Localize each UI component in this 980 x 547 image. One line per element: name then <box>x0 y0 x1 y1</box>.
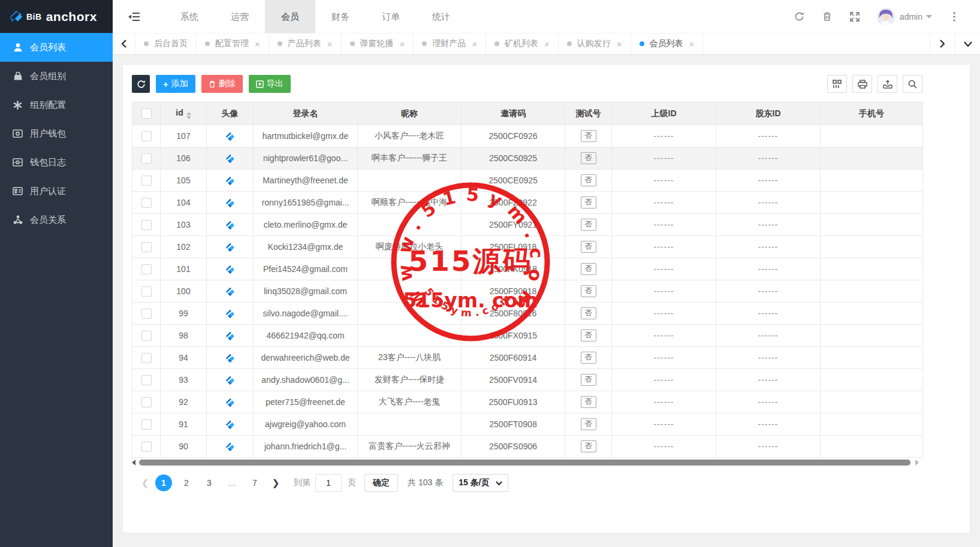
confirm-page-button[interactable]: 确定 <box>364 474 398 492</box>
cell-invite-code: 2500FX0915 <box>462 325 565 347</box>
search-icon[interactable] <box>903 75 922 93</box>
column-header[interactable]: id <box>161 102 207 125</box>
sidebar-item-member-group[interactable]: 会员组别 <box>0 62 113 90</box>
row-checkbox[interactable] <box>141 419 152 430</box>
row-checkbox[interactable] <box>141 176 152 186</box>
row-checkbox[interactable] <box>141 331 152 341</box>
more-menu-icon[interactable] <box>940 0 968 33</box>
nav-item-operation[interactable]: 运营 <box>215 0 265 33</box>
tab-label: 配置管理 <box>215 38 249 49</box>
cell-phone <box>821 147 923 170</box>
test-badge: 否 <box>581 241 596 253</box>
brand[interactable]: BiB anchorx <box>0 0 113 33</box>
trash-icon[interactable] <box>813 0 841 33</box>
sidebar-item-user-auth[interactable]: 用户认证 <box>0 177 113 205</box>
horizontal-scrollbar[interactable] <box>132 459 919 466</box>
tab-home[interactable]: 后台首页 <box>135 34 197 54</box>
row-checkbox[interactable] <box>141 198 152 208</box>
sidebar-item-wallet-log[interactable]: 钱包日志 <box>0 148 113 177</box>
tab-close-icon[interactable]: × <box>400 40 405 49</box>
page-number-1[interactable]: 1 <box>155 475 172 491</box>
tab-close-icon[interactable]: × <box>617 40 622 49</box>
cell-phone <box>821 280 923 303</box>
sidebar-item-member-list[interactable]: 会员列表 <box>0 33 113 62</box>
print-icon[interactable] <box>852 75 872 93</box>
export-button[interactable]: 导出 <box>249 75 291 93</box>
collapse-sidebar-icon[interactable] <box>120 0 147 33</box>
refresh-icon[interactable] <box>786 0 813 33</box>
row-checkbox[interactable] <box>141 397 152 407</box>
next-page-icon[interactable]: ❯ <box>269 478 283 488</box>
cell-shareholder-id: ------ <box>716 413 821 436</box>
avatar[interactable] <box>877 8 895 26</box>
page-number-7[interactable]: 7 <box>246 475 263 491</box>
nav-item-finance[interactable]: 财务 <box>315 0 366 33</box>
sidebar-item-label: 会员关系 <box>30 214 66 226</box>
nav-item-member[interactable]: 会员 <box>265 0 315 33</box>
topnav: 系统运营会员财务订单统计 <box>164 0 466 33</box>
scrollbar-thumb[interactable] <box>139 460 910 466</box>
cell-id: 93 <box>161 369 207 391</box>
sidebar-item-group-config[interactable]: 组别配置 <box>0 90 113 119</box>
tabs-scroll-left-icon[interactable] <box>113 34 135 54</box>
fullscreen-icon[interactable] <box>841 0 869 33</box>
sort-icon[interactable] <box>186 112 191 119</box>
test-badge: 否 <box>581 263 596 275</box>
tab-config-manage[interactable]: 配置管理× <box>197 34 269 54</box>
sidebar-item-member-relation[interactable]: 会员关系 <box>0 205 113 234</box>
column-header: 股东ID <box>716 102 821 125</box>
goto-page-input[interactable] <box>315 474 342 492</box>
tab-close-icon[interactable]: × <box>255 40 260 49</box>
tab-subscribe-issue[interactable]: 认购发行× <box>559 34 631 54</box>
page-size-select[interactable]: 15 条/页 <box>453 474 508 492</box>
tab-member-list[interactable]: 会员列表× <box>631 34 704 54</box>
nav-item-order[interactable]: 订单 <box>366 0 416 33</box>
cell-shareholder-id: ------ <box>716 258 821 280</box>
row-checkbox[interactable] <box>141 375 152 385</box>
user-menu[interactable]: admin <box>900 12 932 22</box>
page-number-2[interactable]: 2 <box>178 475 195 491</box>
avatar-gem-icon <box>226 332 234 340</box>
sidebar: BiB anchorx 会员列表会员组别组别配置用户钱包钱包日志用户认证会员关系 <box>0 0 113 547</box>
tab-popup-carousel[interactable]: 弹窗轮播× <box>342 34 414 54</box>
row-checkbox[interactable] <box>141 242 152 252</box>
tabs-menu-icon[interactable] <box>955 34 980 54</box>
tab-close-icon[interactable]: × <box>327 40 333 49</box>
row-checkbox[interactable] <box>141 286 152 297</box>
row-checkbox[interactable] <box>141 442 152 452</box>
select-all-checkbox[interactable] <box>141 108 152 119</box>
scroll-left-arrow-icon[interactable] <box>132 460 135 466</box>
row-checkbox[interactable] <box>141 353 152 363</box>
tabs-scroll-right-icon[interactable] <box>930 34 955 54</box>
row-checkbox[interactable] <box>141 264 152 274</box>
page-unit-label: 页 <box>348 478 356 488</box>
cell-login: derwahreerich@web.de <box>254 347 358 369</box>
page-number-3[interactable]: 3 <box>201 475 218 491</box>
tab-label: 后台首页 <box>154 38 188 49</box>
tab-finance-product[interactable]: 理财产品× <box>414 34 486 54</box>
tab-close-icon[interactable]: × <box>472 40 477 49</box>
table-row: 90johann.friedrich1@g...富贵客户-----火云邪神250… <box>132 436 923 458</box>
prev-page-icon[interactable]: ❮ <box>138 478 152 488</box>
sidebar-item-label: 会员组别 <box>30 71 66 82</box>
row-checkbox[interactable] <box>141 309 152 319</box>
table-refresh-button[interactable] <box>132 75 150 93</box>
table-header-row: id头像登录名昵称邀请码测试号上级ID股东ID手机号 <box>132 102 923 125</box>
add-button[interactable]: + 添加 <box>156 75 195 93</box>
scroll-right-arrow-icon[interactable] <box>915 460 919 466</box>
nav-item-stats[interactable]: 统计 <box>416 0 466 33</box>
tab-miner-list[interactable]: 矿机列表× <box>486 34 559 54</box>
brand-logo-icon <box>10 10 23 23</box>
row-checkbox[interactable] <box>141 220 152 230</box>
tab-product-list[interactable]: 产品列表× <box>269 34 342 54</box>
export-data-icon[interactable] <box>878 75 897 93</box>
tab-close-icon[interactable]: × <box>544 40 550 49</box>
row-checkbox[interactable] <box>141 131 152 141</box>
row-checkbox[interactable] <box>141 153 152 164</box>
filter-columns-icon[interactable] <box>827 75 847 93</box>
sidebar-item-user-wallet[interactable]: 用户钱包 <box>0 119 113 148</box>
tab-close-icon[interactable]: × <box>689 40 695 49</box>
delete-button[interactable]: 删除 <box>201 75 243 93</box>
cell-id: 107 <box>161 125 207 147</box>
nav-item-system[interactable]: 系统 <box>164 0 215 33</box>
